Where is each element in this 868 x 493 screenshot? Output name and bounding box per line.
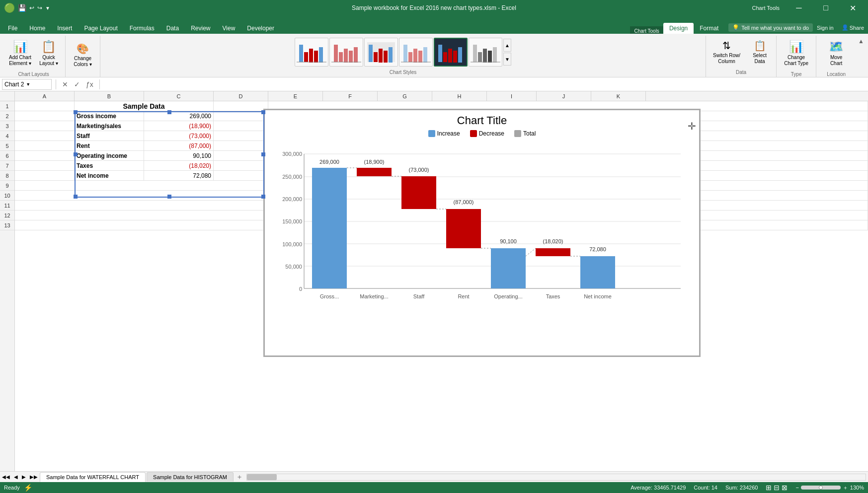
tab-file[interactable]: File	[2, 23, 23, 34]
cell-a6[interactable]	[15, 151, 75, 160]
cell-c3[interactable]: (18,900)	[144, 121, 214, 131]
tab-page-layout[interactable]: Page Layout	[78, 23, 123, 34]
chart-style-2[interactable]	[329, 38, 363, 67]
close-btn[interactable]: ✕	[841, 0, 864, 16]
switch-row-column-button[interactable]: ⇅ Switch Row/Column	[710, 38, 743, 67]
tab-data[interactable]: Data	[160, 23, 185, 34]
col-header-b[interactable]: B	[75, 91, 144, 101]
bar-taxes[interactable]	[536, 248, 570, 256]
cancel-formula-icon[interactable]: ✕	[60, 80, 70, 88]
cell-d1[interactable]	[214, 101, 268, 111]
cell-b7[interactable]: Taxes	[75, 161, 144, 170]
chart-style-1[interactable]	[295, 38, 328, 67]
bar-rent[interactable]	[446, 209, 481, 248]
insert-function-icon[interactable]: ƒx	[84, 80, 95, 88]
horizontal-scrollbar[interactable]	[246, 474, 866, 481]
bar-marketing[interactable]	[357, 168, 392, 176]
collapse-ribbon-btn[interactable]: ▲	[856, 36, 866, 47]
cell-b2[interactable]: Gross income	[75, 111, 144, 121]
cell-a7[interactable]	[15, 161, 75, 170]
col-header-h[interactable]: H	[432, 91, 487, 101]
zoom-in-btn[interactable]: ＋	[843, 484, 848, 492]
add-chart-element-button[interactable]: 📊 Add ChartElement ▾	[6, 38, 34, 69]
select-data-button[interactable]: 📋 SelectData	[747, 38, 772, 67]
zoom-slider[interactable]	[801, 486, 841, 490]
tab-home[interactable]: Home	[23, 23, 51, 34]
col-header-j[interactable]: J	[537, 91, 591, 101]
tab-design[interactable]: Design	[663, 23, 694, 34]
formula-input[interactable]	[104, 79, 866, 90]
col-header-f[interactable]: F	[323, 91, 378, 101]
tell-me-box[interactable]: 💡 Tell me what you want to do	[728, 23, 813, 32]
page-break-view-btn[interactable]: ⊠	[782, 484, 788, 492]
bar-operating[interactable]	[491, 248, 526, 288]
chart-style-5[interactable]	[434, 38, 468, 67]
bar-staff[interactable]	[401, 176, 436, 209]
cell-b1[interactable]: Sample Data	[75, 101, 214, 111]
waterfall-chart-svg[interactable]: 300,000 250,000 200,000 150,000 100,000 …	[278, 142, 686, 331]
quick-access-redo[interactable]: ↪	[37, 4, 42, 11]
sign-in-btn[interactable]: Sign in	[813, 24, 838, 32]
name-box[interactable]: Chart 2 ▼	[2, 79, 52, 90]
scrollbar-thumb[interactable]	[247, 474, 277, 480]
tab-insert[interactable]: Insert	[51, 23, 78, 34]
name-box-dropdown[interactable]: ▼	[26, 82, 30, 87]
col-header-g[interactable]: G	[378, 91, 432, 101]
zoom-out-btn[interactable]: −	[795, 485, 798, 491]
tab-formulas[interactable]: Formulas	[124, 23, 160, 34]
add-sheet-btn[interactable]: ＋	[235, 473, 244, 482]
tab-nav-right[interactable]: ▶▶	[28, 474, 40, 480]
quick-access-dropdown[interactable]: ▼	[45, 5, 50, 11]
change-colors-button[interactable]: 🎨 ChangeColors ▾	[71, 41, 95, 70]
cell-a8[interactable]	[15, 171, 75, 180]
bar-gross-income[interactable]	[312, 168, 347, 288]
col-header-a[interactable]: A	[15, 91, 75, 101]
cell-a1[interactable]	[15, 101, 75, 111]
quick-access-undo[interactable]: ↩	[29, 4, 34, 11]
bar-net-income[interactable]	[580, 256, 615, 288]
quick-access-save[interactable]: 💾	[18, 4, 26, 12]
cell-c5[interactable]: (87,000)	[144, 141, 214, 150]
chart-style-scroll-down[interactable]: ▼	[503, 53, 511, 66]
cell-a5[interactable]	[15, 141, 75, 150]
maximize-btn[interactable]: □	[814, 0, 837, 16]
cell-c4[interactable]: (73,000)	[144, 131, 214, 141]
col-header-d[interactable]: D	[214, 91, 268, 101]
chart-style-scroll-up[interactable]: ▲	[503, 39, 511, 52]
page-layout-view-btn[interactable]: ⊟	[774, 484, 780, 492]
normal-view-btn[interactable]: ⊞	[766, 484, 772, 492]
cell-c8[interactable]: 72,080	[144, 171, 214, 180]
zoom-thumb[interactable]	[819, 486, 823, 490]
cell-c7[interactable]: (18,020)	[144, 161, 214, 170]
tab-view[interactable]: View	[217, 23, 241, 34]
sheet-tab-histogram[interactable]: Sample Data for HISTOGRAM	[147, 472, 234, 482]
chart-style-3[interactable]	[364, 38, 398, 67]
tab-review[interactable]: Review	[185, 23, 216, 34]
cell-b3[interactable]: Marketing/sales	[75, 121, 144, 131]
quick-layout-button[interactable]: 📋 QuickLayout ▾	[36, 38, 61, 69]
cell-b8[interactable]: Net income	[75, 171, 144, 180]
confirm-formula-icon[interactable]: ✓	[72, 80, 82, 88]
col-header-i[interactable]: I	[487, 91, 537, 101]
tab-developer[interactable]: Developer	[241, 23, 280, 34]
chart-style-4[interactable]	[399, 38, 433, 67]
cell-b5[interactable]: Rent	[75, 141, 144, 150]
sheet-tab-waterfall[interactable]: Sample Data for WATERFALL CHART	[40, 472, 146, 482]
cell-c2[interactable]: 269,000	[144, 111, 214, 121]
tab-format[interactable]: Format	[694, 23, 724, 34]
chart-title[interactable]: Chart Title	[269, 114, 695, 127]
tab-nav-left[interactable]: ◀◀	[0, 474, 12, 480]
chart-container[interactable]: Chart Title Increase Decrease Total	[263, 109, 701, 357]
change-chart-type-button[interactable]: 📊 ChangeChart Type	[781, 38, 811, 69]
col-header-c[interactable]: C	[144, 91, 214, 101]
col-header-k[interactable]: K	[591, 91, 646, 101]
cell-b6[interactable]: Operating income	[75, 151, 144, 160]
share-btn[interactable]: 👤 Share	[838, 23, 868, 32]
col-header-e[interactable]: E	[268, 91, 323, 101]
minimize-btn[interactable]: ─	[788, 0, 810, 16]
cell-a2[interactable]	[15, 111, 75, 121]
tab-nav-prev[interactable]: ◀	[12, 474, 20, 480]
cell-a3[interactable]	[15, 121, 75, 131]
tab-nav-next[interactable]: ▶	[20, 474, 28, 480]
move-chart-button[interactable]: 🗺️ MoveChart	[824, 38, 849, 69]
